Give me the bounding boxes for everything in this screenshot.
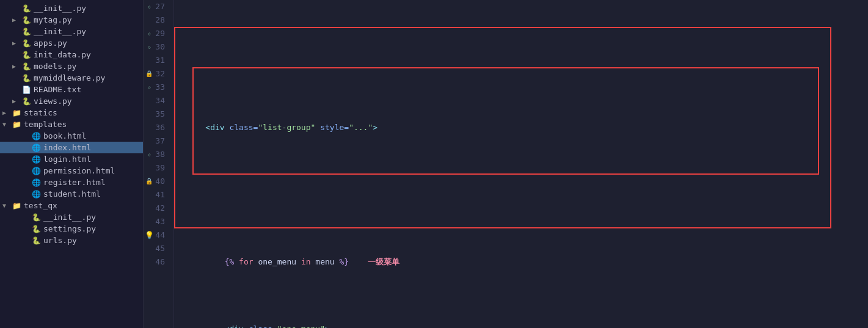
arrow-icon bbox=[12, 40, 21, 46]
gutter-line-41: 41 bbox=[144, 188, 169, 202]
sidebar-item-login-html[interactable]: 🌐 login.html bbox=[0, 153, 143, 165]
sidebar-item-label: README.txt bbox=[34, 85, 81, 94]
gutter-line-31: 31 bbox=[144, 54, 169, 67]
gutter-line-46: 46 bbox=[144, 255, 169, 269]
py-icon: 🐍 bbox=[21, 74, 32, 82]
sidebar-item-label: mytag.py bbox=[34, 15, 72, 24]
sidebar-item-label: urls.py bbox=[43, 236, 77, 245]
arrow-icon bbox=[2, 202, 11, 209]
sidebar-item-label: login.html bbox=[43, 155, 91, 164]
py-icon: 🐍 bbox=[21, 39, 32, 48]
sidebar-item-label: views.py bbox=[34, 97, 72, 106]
sidebar-item-init-py-3[interactable]: 🐍 __init__.py bbox=[0, 211, 143, 223]
py-icon: 🐍 bbox=[31, 213, 42, 222]
gutter-line-29: ⬦ 29 bbox=[144, 27, 169, 40]
sidebar-item-permission-html[interactable]: 🌐 permission.html bbox=[0, 165, 143, 177]
gutter-line-39: 39 bbox=[144, 161, 169, 175]
gutter-line-40: 🔒 40 bbox=[144, 175, 169, 188]
arrow-icon bbox=[12, 63, 21, 70]
sidebar-item-label: statics bbox=[24, 108, 57, 117]
sidebar-item-register-html[interactable]: 🌐 register.html bbox=[0, 177, 143, 188]
sidebar-item-label: settings.py bbox=[43, 224, 96, 233]
sidebar-item-statics[interactable]: 📁 statics bbox=[0, 107, 143, 118]
sidebar-item-book-html[interactable]: 🌐 book.html bbox=[0, 130, 143, 142]
code-line-27: <div class="list-group" style="..."> bbox=[186, 121, 868, 134]
code-area: ⬦ 27 28 ⬦ 29 ⬦ 30 31 🔒 32 ⬦ bbox=[144, 0, 868, 328]
html-icon: 🌐 bbox=[31, 155, 42, 164]
gutter-line-34: 34 bbox=[144, 94, 169, 108]
sidebar-item-label: mymiddleware.py bbox=[34, 73, 105, 82]
sidebar-item-urls-py[interactable]: 🐍 urls.py bbox=[0, 235, 143, 246]
file-tree: 🐍 __init__.py 🐍 mytag.py 🐍 __init__.py 🐍… bbox=[0, 0, 144, 328]
sidebar-item-init-py-2[interactable]: 🐍 __init__.py bbox=[0, 26, 143, 37]
bulb-icon: 💡 bbox=[145, 231, 153, 239]
code-content: <div class="list-group" style="..."> {% … bbox=[174, 0, 868, 328]
sidebar-item-label: student.html bbox=[43, 189, 101, 199]
gutter-line-37: 37 bbox=[144, 134, 169, 148]
sidebar-item-templates[interactable]: 📁 templates bbox=[0, 118, 143, 130]
gutter-line-44: 💡 44 bbox=[144, 228, 169, 242]
fold-lock-icon: 🔒 bbox=[145, 70, 153, 78]
sidebar-item-label: test_qx bbox=[24, 201, 57, 210]
html-icon: 🌐 bbox=[31, 144, 42, 152]
sidebar-item-label: book.html bbox=[43, 131, 86, 140]
gutter-line-28: 28 bbox=[144, 13, 169, 27]
sidebar-item-models-py[interactable]: 🐍 models.py bbox=[0, 60, 143, 72]
sidebar-item-mytag-py[interactable]: 🐍 mytag.py bbox=[0, 14, 143, 26]
folder-icon: 📁 bbox=[11, 202, 22, 210]
sidebar-item-label: register.html bbox=[43, 178, 106, 187]
gutter-line-32: 🔒 32 bbox=[144, 67, 169, 81]
code-line-28 bbox=[186, 188, 868, 202]
sidebar-item-test-qx[interactable]: 📁 test_qx bbox=[0, 200, 143, 211]
fold-diamond-icon: ⬦ bbox=[145, 43, 153, 51]
sidebar-item-views-py[interactable]: 🐍 views.py bbox=[0, 95, 143, 107]
sidebar-item-init-py-root[interactable]: 🐍 __init__.py bbox=[0, 2, 143, 14]
fold-lock-icon: 🔒 bbox=[145, 177, 153, 186]
gutter-line-33: ⬦ 33 bbox=[144, 81, 169, 94]
sidebar-item-mymiddleware-py[interactable]: 🐍 mymiddleware.py bbox=[0, 72, 143, 84]
sidebar-item-apps-py[interactable]: 🐍 apps.py bbox=[0, 37, 143, 49]
sidebar-item-student-html[interactable]: 🌐 student.html bbox=[0, 188, 143, 200]
py-icon: 🐍 bbox=[21, 62, 32, 71]
gutter-line-42: 42 bbox=[144, 202, 169, 215]
fold-diamond-icon: ⬦ bbox=[145, 2, 153, 11]
py-icon: 🐍 bbox=[21, 4, 32, 13]
py-icon: 🐍 bbox=[31, 236, 42, 245]
gutter-line-36: 36 bbox=[144, 121, 169, 134]
html-icon: 🌐 bbox=[31, 132, 42, 140]
arrow-icon bbox=[2, 109, 11, 116]
sidebar-item-label: templates bbox=[24, 120, 67, 129]
arrow-icon bbox=[12, 98, 21, 104]
sidebar-item-readme-txt[interactable]: 📄 README.txt bbox=[0, 84, 143, 95]
sidebar-item-label: init_data.py bbox=[34, 50, 91, 59]
gutter-line-35: 35 bbox=[144, 108, 169, 121]
py-icon: 🐍 bbox=[21, 97, 32, 106]
sidebar-item-label: permission.html bbox=[43, 166, 115, 175]
sidebar-item-label: __init__.py bbox=[43, 213, 96, 222]
gutter-line-30: ⬦ 30 bbox=[144, 40, 169, 54]
code-editor[interactable]: ⬦ 27 28 ⬦ 29 ⬦ 30 31 🔒 32 ⬦ bbox=[144, 0, 868, 328]
arrow-icon bbox=[12, 16, 21, 23]
py-icon: 🐍 bbox=[31, 225, 42, 233]
sidebar-item-label: __init__.py bbox=[34, 4, 86, 13]
py-icon: 🐍 bbox=[21, 51, 32, 59]
sidebar-item-index-html[interactable]: 🌐 index.html bbox=[0, 142, 143, 153]
sidebar-item-settings-py[interactable]: 🐍 settings.py bbox=[0, 223, 143, 235]
html-icon: 🌐 bbox=[31, 178, 42, 187]
sidebar-item-label: models.py bbox=[34, 62, 76, 71]
py-icon: 🐍 bbox=[21, 16, 32, 24]
gutter-line-27: ⬦ 27 bbox=[144, 0, 169, 13]
folder-icon: 📁 bbox=[11, 109, 22, 117]
sidebar-item-init-data-py[interactable]: 🐍 init_data.py bbox=[0, 49, 143, 60]
gutter-line-45: 45 bbox=[144, 242, 169, 255]
gutter-line-38: ⬦ 38 bbox=[144, 148, 169, 161]
sidebar-item-label: index.html bbox=[43, 143, 91, 152]
fold-diamond-icon: ⬦ bbox=[145, 83, 153, 92]
fold-diamond-icon: ⬦ bbox=[145, 150, 153, 159]
sidebar-item-label: __init__.py bbox=[34, 27, 86, 36]
html-icon: 🌐 bbox=[31, 190, 42, 199]
code-line-29: {% for one_menu in menu %} 一级菜单 bbox=[186, 255, 868, 269]
html-icon: 🌐 bbox=[31, 167, 42, 175]
line-numbers: ⬦ 27 28 ⬦ 29 ⬦ 30 31 🔒 32 ⬦ bbox=[144, 0, 174, 328]
fold-diamond-icon: ⬦ bbox=[145, 29, 153, 38]
